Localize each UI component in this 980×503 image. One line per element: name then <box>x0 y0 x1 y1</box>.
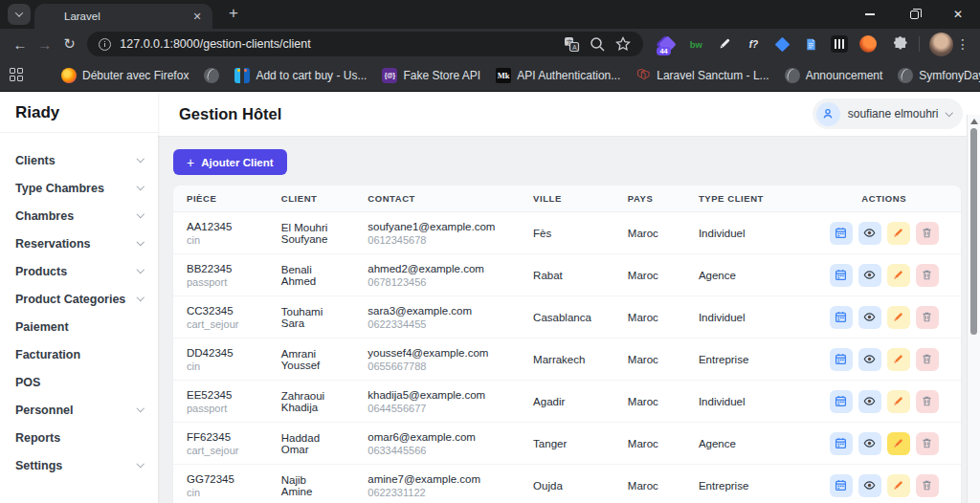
reload-button[interactable]: ↻ <box>57 32 82 56</box>
piece-value: EE52345 <box>187 389 255 401</box>
extension-blue-file-icon[interactable] <box>802 35 819 53</box>
sidebar-item-products[interactable]: Products <box>0 257 158 285</box>
scrollbar-up-arrow[interactable] <box>970 119 978 124</box>
zoom-icon[interactable] <box>589 35 606 53</box>
edit-button[interactable] <box>887 348 910 371</box>
table-row: BB22345passport BenaliAhmed ahmed2@examp… <box>173 254 961 296</box>
address-bar[interactable]: 127.0.0.1:8000/gestion-clients/client 文A <box>87 32 643 56</box>
client-ville: Marrakech <box>520 339 614 381</box>
reservation-button[interactable] <box>830 264 853 287</box>
view-button[interactable] <box>858 348 881 371</box>
delete-button[interactable] <box>916 222 939 245</box>
column-client: CLIENT <box>268 186 355 212</box>
bookmark-item[interactable]: Add to cart buy - Us... <box>229 65 372 86</box>
bookmark-item[interactable]: Laravel Sanctum - L... <box>630 65 774 86</box>
sidebar-item-reports[interactable]: Reports <box>0 424 158 451</box>
extension-bars-icon[interactable] <box>831 35 848 53</box>
column-actions: ACTIONS <box>807 186 961 212</box>
add-client-button[interactable]: + Ajouter Client <box>173 149 287 175</box>
back-button[interactable]: ← <box>8 32 33 56</box>
scrollbar-thumb[interactable] <box>970 128 977 335</box>
delete-button[interactable] <box>916 474 939 497</box>
chevron-down-icon <box>945 109 952 117</box>
new-tab-button[interactable]: + <box>222 3 245 24</box>
sidebar-item-product-categories[interactable]: Product Categories <box>0 285 158 313</box>
view-button[interactable] <box>858 306 881 329</box>
forward-button[interactable]: → <box>33 32 57 56</box>
sidebar-item-type-chambres[interactable]: Type Chambres <box>0 174 158 202</box>
mk-icon: Mk <box>496 68 511 83</box>
tab-search-button[interactable] <box>8 4 31 25</box>
brand-logo[interactable]: Riady <box>0 92 158 133</box>
sidebar-item-pos[interactable]: POS <box>0 368 158 396</box>
reservation-button[interactable] <box>830 432 853 455</box>
reservation-button[interactable] <box>830 306 853 329</box>
delete-button[interactable] <box>916 432 939 455</box>
page-scrollbar[interactable] <box>967 115 980 503</box>
delete-button[interactable] <box>916 348 939 371</box>
delete-button[interactable] <box>916 390 939 413</box>
edit-button[interactable] <box>887 264 910 287</box>
client-pays: Maroc <box>614 254 685 296</box>
bookmark-star-icon[interactable] <box>614 35 632 53</box>
extension-blue-diamond-icon[interactable] <box>773 35 791 53</box>
sidebar-item-settings[interactable]: Settings <box>0 451 158 479</box>
sidebar-item-clients[interactable]: Clients <box>0 146 158 174</box>
extension-pen-icon[interactable] <box>716 35 733 53</box>
browser-tab[interactable]: Laravel ✕ <box>34 4 212 29</box>
client-type: Entreprise <box>685 339 808 381</box>
extensions-puzzle-icon[interactable] <box>892 35 909 53</box>
piece-type: passport <box>187 403 255 414</box>
sidebar-item-facturation[interactable]: Facturation <box>0 340 158 368</box>
bookmark-item[interactable]: SymfonyDay Montr... <box>892 65 980 86</box>
profile-avatar[interactable] <box>929 33 953 56</box>
apps-grid-icon[interactable] <box>10 68 23 83</box>
translate-icon[interactable]: 文A <box>563 35 580 53</box>
reservation-button[interactable] <box>830 348 853 371</box>
url-text[interactable]: 127.0.0.1:8000/gestion-clients/client <box>120 37 554 51</box>
bookmark-item[interactable] <box>198 65 225 86</box>
browser-menu-icon[interactable]: ⋮ <box>953 36 972 52</box>
edit-button[interactable] <box>887 390 910 413</box>
tab-title: Laravel <box>64 11 183 22</box>
reservation-button[interactable] <box>830 222 853 245</box>
client-ville: Tanger <box>520 423 614 465</box>
reservation-button[interactable] <box>830 474 853 497</box>
edit-button[interactable] <box>887 222 910 245</box>
bookmark-item[interactable]: MkAPI Authentication... <box>490 65 626 86</box>
sidebar-menu: ClientsType ChambresChambresReservations… <box>0 133 158 479</box>
edit-button[interactable] <box>887 306 910 329</box>
site-info-icon[interactable] <box>99 38 111 51</box>
extension-orange-ball-icon[interactable] <box>859 35 877 53</box>
extension-fx-icon[interactable]: f? <box>745 35 762 53</box>
reservation-button[interactable] <box>830 390 853 413</box>
extension-purple-hat-icon[interactable]: 44 <box>658 35 676 53</box>
bookmark-item[interactable]: Débuter avec Firefox <box>56 65 194 86</box>
sidebar-item-reservations[interactable]: Reservations <box>0 230 158 257</box>
bookmark-label: Add to cart buy - Us... <box>256 69 367 82</box>
close-button[interactable]: ✕ <box>936 0 980 29</box>
main-content: + Ajouter Client PIÈCE CLIENT CONTACT VI… <box>158 137 980 503</box>
edit-button[interactable] <box>887 474 910 497</box>
delete-button[interactable] <box>916 306 939 329</box>
table-row: EE52345passport ZahraouiKhadija khadija5… <box>173 381 961 423</box>
sidebar-item-label: Reservations <box>15 237 91 251</box>
view-button[interactable] <box>858 390 881 413</box>
view-button[interactable] <box>858 264 881 287</box>
bookmark-item[interactable]: Announcement <box>779 65 889 86</box>
view-button[interactable] <box>858 432 881 455</box>
minimize-button[interactable] <box>848 0 892 29</box>
view-button[interactable] <box>858 474 881 497</box>
client-type: Entreprise <box>685 465 808 503</box>
view-button[interactable] <box>858 222 881 245</box>
bookmark-item[interactable]: {@}Fake Store API <box>376 65 486 86</box>
user-menu[interactable]: soufiane elmouhri <box>813 98 963 129</box>
sidebar-item-paiement[interactable]: Paiement <box>0 313 158 340</box>
tab-close-icon[interactable]: ✕ <box>189 9 205 24</box>
delete-button[interactable] <box>916 264 939 287</box>
restore-button[interactable] <box>892 0 936 29</box>
sidebar-item-chambres[interactable]: Chambres <box>0 202 158 230</box>
extension-bw-icon[interactable]: bw <box>687 35 704 53</box>
edit-button[interactable] <box>887 432 910 455</box>
sidebar-item-personnel[interactable]: Personnel <box>0 396 158 424</box>
